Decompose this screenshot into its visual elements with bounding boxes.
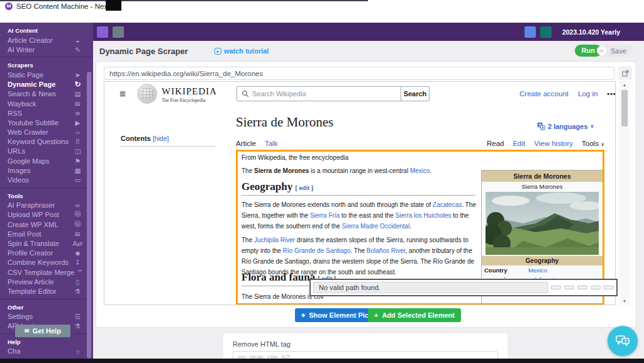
picker-toolbar-button[interactable] [564, 286, 574, 289]
sidebar-item[interactable]: AI Writer ✎ [0, 45, 93, 54]
create-account-link[interactable]: Create account [519, 90, 569, 98]
hamburger-menu-icon[interactable]: ≡ [119, 88, 126, 101]
sidebar-item-icon: ↧ [72, 259, 83, 266]
save-button[interactable]: Save [606, 47, 633, 55]
sidebar-item[interactable]: Email Post ✉ [0, 229, 93, 238]
sidebar-item-label: Videos [8, 176, 29, 184]
sidebar-item[interactable]: Settings ☰ [0, 312, 93, 321]
sidebar-item[interactable]: Static Page ➤ [0, 70, 93, 79]
wiki-tab[interactable]: Talk [265, 140, 277, 150]
sidebar-item[interactable]: Web Crawler ‹› [0, 128, 93, 137]
sidebar-item[interactable]: AI Paraphraser ∞ [0, 201, 93, 210]
sidebar-section-title: Scrapers [0, 60, 93, 70]
sidebar-item[interactable]: URLs ◫ [0, 147, 93, 156]
sidebar-item[interactable]: Keyword Questions ⠿ [0, 137, 93, 147]
wiki-view-tab[interactable]: Tools ∨ [582, 140, 604, 150]
sidebar-item[interactable]: Dynamic Page ↻ [0, 80, 93, 89]
sidebar-section: Tools AI Paraphraser ∞ Upload WP Post Ⓦ … [0, 188, 93, 299]
wiki-search-box [236, 86, 401, 101]
sidebar-item-icon: ✉ [72, 230, 83, 238]
sidebar-item[interactable]: Images ▦ [0, 165, 93, 175]
sidebar-item[interactable]: CSV Template Merge ”” [0, 267, 93, 277]
run-save-control: Run or Save [575, 45, 633, 57]
status-badge [97, 26, 108, 38]
picker-toolbar-button[interactable] [551, 286, 561, 289]
get-help-button[interactable]: ✉ Get Help [15, 325, 70, 337]
sidebar-item[interactable]: Youtube Subtitle ▶ [0, 118, 93, 127]
status-badge [540, 26, 552, 38]
sidebar-section: AI Content Article Creator ◒ AI Writer ✎ [0, 23, 93, 57]
page-title: Dynamic Page Scraper [99, 47, 188, 56]
geography-heading: Geography [ edit ] [242, 181, 475, 196]
help-chat-button[interactable]: ? [608, 326, 638, 356]
infobox-value-link[interactable]: Mexico [528, 267, 547, 274]
contents-hide-link[interactable]: [hide] [153, 135, 169, 142]
picker-toolbar-button[interactable] [577, 286, 587, 289]
app-icon: M [5, 3, 13, 10]
window-title: SEO Content Machine - Next [16, 3, 109, 10]
sidebar-item-label: Static Page [8, 71, 43, 79]
sidebar-item[interactable]: Search & News ▤ [0, 89, 93, 99]
languages-button[interactable]: 文 A 2 languages ∨ [537, 122, 594, 130]
page-header: Dynamic Page Scraper ▸ watch tutorial Ru… [93, 41, 644, 61]
watch-tutorial-link[interactable]: ▸ watch tutorial [214, 47, 269, 55]
sidebar-item[interactable]: Template Editor ⚗ [0, 286, 93, 296]
svg-text:?: ? [624, 339, 626, 343]
sidebar-item-label: Upload WP Post [8, 211, 59, 218]
sidebar-item-label: Settings [8, 313, 33, 320]
wiki-search-button[interactable]: Search [401, 86, 430, 101]
plus-icon: + [374, 311, 378, 319]
sidebar-item[interactable]: Combine Keywords ↧ [0, 258, 93, 267]
url-input[interactable] [104, 67, 614, 80]
remove-html-label: Remove HTML tag [233, 340, 498, 348]
wiki-view-tab[interactable]: View history [534, 140, 573, 150]
browser-scrollbar[interactable]: ▲ ▼ [619, 81, 630, 305]
sidebar-item[interactable]: Wayback ✉ [0, 99, 93, 108]
sidebar-item[interactable]: RSS ≋ [0, 108, 93, 118]
sidebar-item-icon: Ⓦ [72, 210, 83, 219]
sidebar-item-icon: ▭ [72, 176, 83, 184]
edit-link[interactable]: edit [299, 184, 309, 191]
sidebar-item[interactable]: Create WP XML Ⓦ [0, 220, 93, 229]
sidebar-item-label: Keyword Questions [8, 138, 69, 145]
search-icon [242, 90, 249, 98]
add-selected-element-button[interactable]: + Add Selected Element [368, 308, 461, 322]
sidebar-item-icon: ⚗ [72, 288, 83, 295]
sidebar-item[interactable]: Cha ☼ [0, 347, 93, 356]
sidebar-item[interactable]: Profile Creator ☻ [0, 249, 93, 258]
sidebar-item-label: Images [8, 167, 31, 174]
picker-toolbar-button[interactable] [591, 286, 601, 289]
sidebar-item-icon: ▯ [72, 278, 83, 286]
sidebar-item[interactable]: Videos ▭ [0, 175, 93, 184]
sidebar-item[interactable]: Spin & Translate A⇄ [0, 238, 93, 248]
sidebar-item-icon: ⚑ [72, 157, 83, 165]
sidebar-item-label: Profile Creator [8, 249, 53, 257]
sidebar-item-icon: ☻ [72, 249, 83, 257]
sidebar-item[interactable]: Article Creator ◒ [0, 35, 93, 45]
wikipedia-wordmark[interactable]: WIKIPEDIA The Free Encyclopedia [162, 86, 217, 103]
wiki-view-tab[interactable]: Edit [513, 140, 525, 150]
log-in-link[interactable]: Log in [578, 90, 597, 98]
sidebar-item-label: AI Writer [8, 46, 35, 53]
sidebar-item[interactable]: Upload WP Post Ⓦ [0, 210, 93, 220]
open-external-button[interactable] [618, 66, 632, 80]
scroll-up-icon[interactable]: ▲ [619, 81, 630, 89]
sidebar-item-label: AI Paraphraser [8, 201, 55, 209]
sidebar-item-icon: ◒ [72, 36, 83, 44]
window-controls [585, 0, 638, 13]
sidebar-item[interactable]: Preview Article ▯ [0, 277, 93, 286]
sidebar-item-label: Cha [8, 347, 21, 355]
scrollbar-thumb[interactable] [621, 90, 628, 126]
sidebar-scrollbar[interactable] [87, 72, 91, 359]
wiki-search-input[interactable] [252, 90, 401, 98]
picker-toolbar-button[interactable] [604, 286, 614, 289]
more-options-icon[interactable]: ••• [607, 90, 616, 98]
scroll-down-icon[interactable]: ▼ [619, 298, 630, 305]
sidebar-item-icon: ⚗ [72, 322, 83, 330]
sidebar-item-icon: ”” [74, 269, 85, 276]
embedded-browser: ≡ WIKIPEDIA The Free Encyclopedia Search… [104, 81, 616, 305]
sidebar-item[interactable]: Google Maps ⚑ [0, 156, 93, 165]
sidebar-item-label: Create WP XML [8, 221, 58, 228]
contents-title: Contents [121, 135, 151, 142]
status-badge [113, 26, 124, 38]
